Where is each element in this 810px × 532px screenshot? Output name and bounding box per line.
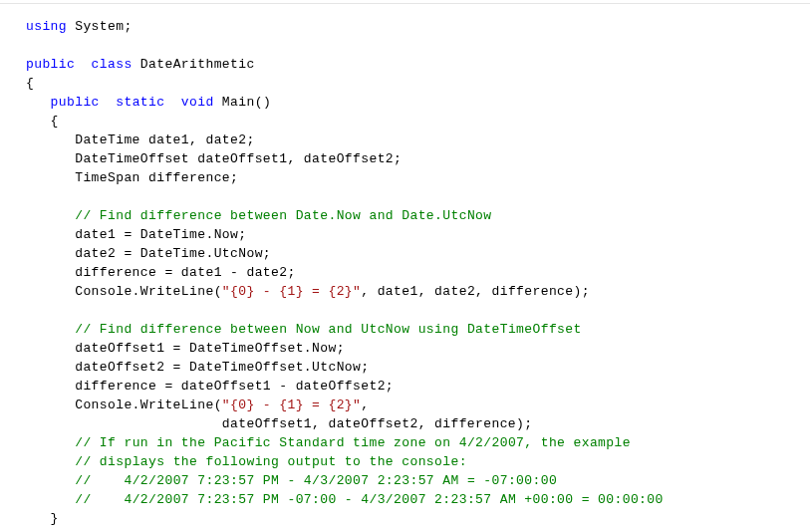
- namespace-system: System;: [67, 19, 133, 34]
- keyword-static: static: [100, 95, 165, 110]
- brace-open: {: [26, 76, 34, 91]
- comment: // If run in the Pacific Standard time z…: [75, 435, 631, 450]
- indent: [26, 322, 75, 337]
- decl-line: DateTimeOffset dateOffset1, dateOffset2;: [26, 151, 402, 166]
- assign-line: date1 = DateTime.Now;: [26, 227, 246, 242]
- assign-line: dateOffset1 = DateTimeOffset.Now;: [26, 341, 345, 356]
- class-name: DateArithmetic: [133, 57, 255, 72]
- keyword-using: using: [26, 19, 67, 34]
- keyword-class: class: [75, 57, 132, 72]
- indent: [26, 95, 51, 110]
- decl-line: DateTime date1, date2;: [26, 133, 255, 147]
- comment: // Find difference between Now and UtcNo…: [75, 322, 581, 337]
- indent: [26, 454, 75, 469]
- decl-line: TimeSpan difference;: [26, 170, 238, 185]
- indent: [26, 435, 75, 450]
- comment: // displays the following output to the …: [75, 454, 467, 469]
- assign-line: difference = date1 - date2;: [26, 265, 296, 280]
- brace-close: }: [26, 511, 59, 526]
- call-args: , date1, date2, difference);: [361, 284, 590, 299]
- comment: // 4/2/2007 7:23:57 PM -07:00 - 4/3/2007…: [75, 492, 664, 507]
- method-name: Main(): [214, 95, 271, 110]
- string-literal: "{0} - {1} = {2}": [222, 284, 361, 299]
- call-args-cont: dateOffset1, dateOffset2, difference);: [26, 416, 532, 431]
- call-line: Console.WriteLine(: [26, 284, 222, 299]
- call-comma: ,: [361, 398, 369, 412]
- assign-line: dateOffset2 = DateTimeOffset.UtcNow;: [26, 360, 369, 375]
- string-literal: "{0} - {1} = {2}": [222, 398, 361, 412]
- comment: // Find difference between Date.Now and …: [75, 208, 491, 223]
- call-line: Console.WriteLine(: [26, 398, 222, 412]
- keyword-void: void: [164, 95, 213, 110]
- indent: [26, 208, 75, 223]
- top-divider: [0, 0, 810, 4]
- assign-line: date2 = DateTime.UtcNow;: [26, 246, 271, 261]
- keyword-public: public: [51, 95, 100, 110]
- code-block: using System; public class DateArithmeti…: [0, 7, 810, 532]
- brace-open: {: [26, 114, 59, 129]
- comment: // 4/2/2007 7:23:57 PM - 4/3/2007 2:23:5…: [75, 473, 557, 488]
- indent: [26, 473, 75, 488]
- keyword-public: public: [26, 57, 75, 72]
- assign-line: difference = dateOffset1 - dateOffset2;: [26, 379, 394, 394]
- indent: [26, 492, 75, 507]
